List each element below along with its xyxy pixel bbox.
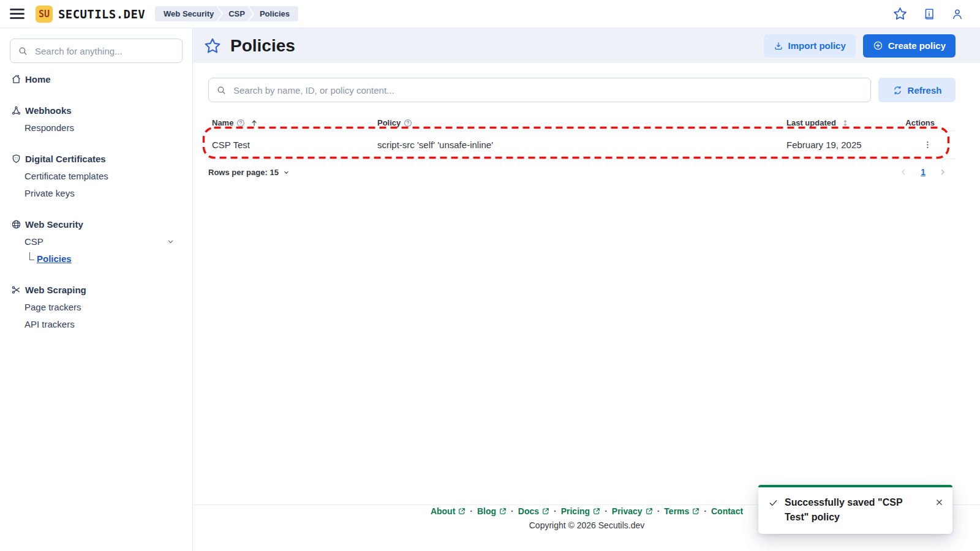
sidebar-item-page-trackers[interactable]: Page trackers xyxy=(10,298,183,315)
external-link-icon xyxy=(692,508,699,515)
column-name[interactable]: Name xyxy=(212,118,377,127)
footer-link-blog[interactable]: Blog xyxy=(477,506,507,516)
star-icon[interactable] xyxy=(892,6,908,21)
external-link-icon xyxy=(646,508,653,515)
brand-name[interactable]: SECUTILS.DEV xyxy=(58,7,145,21)
external-link-icon xyxy=(499,508,507,515)
breadcrumb-web-security[interactable]: Web Security xyxy=(155,6,222,21)
sidebar-item-private-keys[interactable]: Private keys xyxy=(10,184,183,201)
docs-book-icon[interactable] xyxy=(922,7,936,21)
sidebar-item-responders[interactable]: Responders xyxy=(10,119,183,136)
main-content: Refresh Name Policy Last updated A xyxy=(194,63,980,551)
globe-icon xyxy=(11,219,22,230)
sidebar-item-webhooks[interactable]: Webhooks xyxy=(10,102,183,119)
sidebar-item-web-security[interactable]: Web Security xyxy=(10,216,183,233)
top-bar: SU SECUTILS.DEV Web Security CSP Policie… xyxy=(0,0,980,28)
policy-search-input[interactable] xyxy=(232,84,863,96)
sidebar-item-home[interactable]: Home xyxy=(10,70,183,88)
global-search[interactable] xyxy=(10,39,183,63)
column-actions: Actions xyxy=(905,118,935,127)
footer-link-contact[interactable]: Contact xyxy=(711,506,743,516)
sidebar-item-web-scraping[interactable]: Web Scraping xyxy=(10,281,183,298)
import-policy-button[interactable]: Import policy xyxy=(764,34,856,58)
home-icon xyxy=(11,74,22,84)
sidebar: Home Webhooks Responders Digital Certifi… xyxy=(0,28,193,551)
external-link-icon xyxy=(458,508,466,515)
footer-link-privacy[interactable]: Privacy xyxy=(612,506,653,516)
footer-link-about[interactable]: About xyxy=(431,506,466,516)
page-number[interactable]: 1 xyxy=(921,167,925,177)
breadcrumb-policies[interactable]: Policies xyxy=(249,6,298,21)
global-search-input[interactable] xyxy=(34,45,175,57)
toast-message: Successfully saved "CSP Test" policy xyxy=(785,495,912,524)
next-page-icon[interactable] xyxy=(938,168,947,176)
row-name: CSP Test xyxy=(212,140,377,150)
footer-link-docs[interactable]: Docs xyxy=(518,506,549,516)
footer-link-pricing[interactable]: Pricing xyxy=(561,506,600,516)
prev-page-icon[interactable] xyxy=(899,168,908,176)
pagination: Rows per page: 15 1 xyxy=(208,167,956,177)
table-row: CSP Test script-src 'self' 'unsafe-inlin… xyxy=(208,131,956,159)
sortable-icon xyxy=(841,119,850,127)
external-link-icon xyxy=(593,508,600,515)
user-icon[interactable] xyxy=(951,7,964,21)
row-policy: script-src 'self' 'unsafe-inline' xyxy=(377,140,786,150)
column-policy: Policy xyxy=(377,118,786,127)
sidebar-item-digital-certificates[interactable]: Digital Certificates xyxy=(10,150,183,167)
app-logo[interactable]: SU xyxy=(36,6,53,23)
scissors-icon xyxy=(11,285,22,295)
page-title: Policies xyxy=(230,36,295,56)
plus-circle-icon xyxy=(873,40,883,51)
sidebar-item-api-trackers[interactable]: API trackers xyxy=(10,315,183,332)
page-star-icon[interactable] xyxy=(203,37,222,55)
sidebar-nav: Home Webhooks Responders Digital Certifi… xyxy=(10,70,183,332)
row-actions-menu-icon[interactable] xyxy=(923,140,932,149)
column-last-updated[interactable]: Last updated xyxy=(786,118,909,127)
table-header: Name Policy Last updated Actions xyxy=(208,115,956,131)
sort-asc-icon xyxy=(250,119,258,127)
success-toast: Successfully saved "CSP Test" policy xyxy=(758,485,952,534)
external-link-icon xyxy=(542,508,549,515)
download-icon xyxy=(774,41,783,51)
policy-search[interactable] xyxy=(208,78,871,102)
checkmark-icon xyxy=(768,498,778,508)
rows-per-page-selector[interactable]: Rows per page: 15 xyxy=(208,168,290,177)
chevron-down-icon xyxy=(282,168,290,176)
question-circle-icon xyxy=(236,119,245,127)
question-circle-icon xyxy=(404,119,412,127)
sidebar-item-certificate-templates[interactable]: Certificate templates xyxy=(10,167,183,184)
shield-icon xyxy=(11,154,22,164)
breadcrumb-csp[interactable]: CSP xyxy=(217,6,253,21)
refresh-button[interactable]: Refresh xyxy=(878,78,956,102)
footer-link-terms[interactable]: Terms xyxy=(664,506,699,516)
page-header: Policies Import policy Create policy xyxy=(194,28,980,63)
search-icon xyxy=(18,46,28,56)
close-icon[interactable] xyxy=(933,497,945,508)
search-icon xyxy=(216,85,227,96)
create-policy-button[interactable]: Create policy xyxy=(863,34,956,58)
menu-icon[interactable] xyxy=(10,6,24,21)
breadcrumb: Web Security CSP Policies xyxy=(155,6,298,21)
row-last-updated: February 19, 2025 xyxy=(786,140,909,150)
webhooks-icon xyxy=(11,105,22,116)
sidebar-item-policies[interactable]: Policies xyxy=(10,250,183,267)
sidebar-item-csp[interactable]: CSP xyxy=(10,233,183,250)
tree-connector xyxy=(29,252,34,260)
refresh-icon xyxy=(892,85,903,96)
chevron-down-icon[interactable] xyxy=(166,237,175,246)
